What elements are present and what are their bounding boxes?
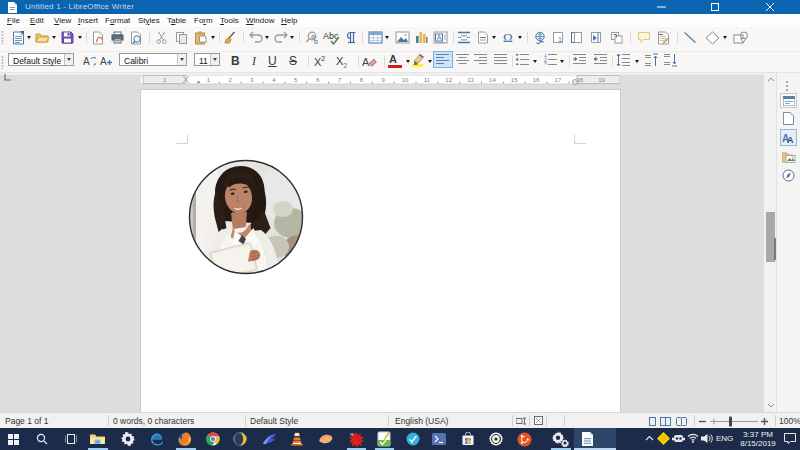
svg-text:A: A xyxy=(100,56,107,67)
svg-text:16: 16 xyxy=(533,77,540,83)
svg-text:12: 12 xyxy=(445,77,452,83)
svg-text:10: 10 xyxy=(402,77,409,83)
svg-text:18: 18 xyxy=(576,77,583,83)
svg-text:A: A xyxy=(787,135,794,144)
svg-text:11: 11 xyxy=(424,77,431,83)
svg-text:A: A xyxy=(362,56,370,68)
svg-text:14: 14 xyxy=(489,77,496,83)
svg-text:13: 13 xyxy=(467,77,474,83)
svg-text:A: A xyxy=(83,56,90,67)
svg-text:3: 3 xyxy=(544,61,547,65)
svg-text:15: 15 xyxy=(511,77,518,83)
svg-text:W: W xyxy=(350,432,354,437)
svg-text:19: 19 xyxy=(598,77,605,83)
svg-text:17: 17 xyxy=(555,77,562,83)
